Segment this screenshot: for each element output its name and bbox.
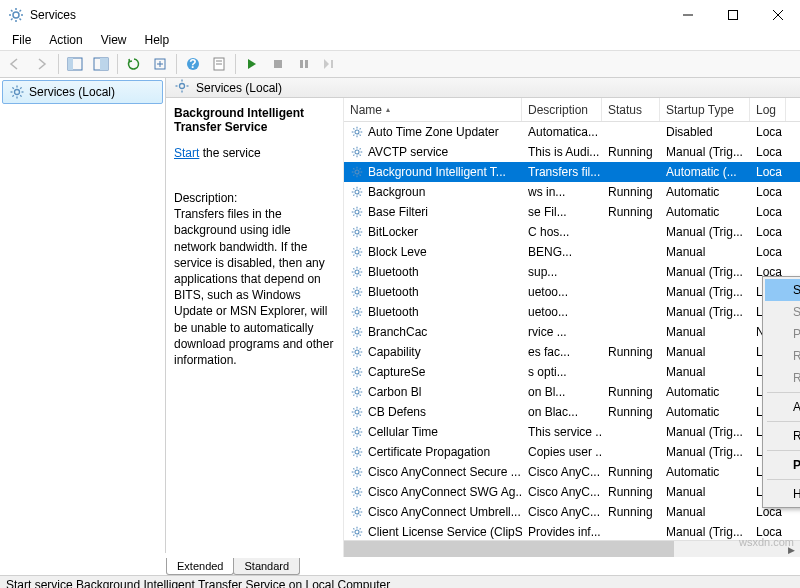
svg-line-174 — [353, 415, 354, 416]
svg-point-86 — [355, 230, 359, 234]
table-row[interactable]: Background Intelligent T...Transfers fil… — [344, 162, 800, 182]
col-startup-type[interactable]: Startup Type — [660, 98, 750, 121]
stop-service-button[interactable] — [266, 52, 290, 76]
table-row[interactable]: Cisco AnyConnect SWG Ag...Cisco AnyC...R… — [344, 482, 800, 502]
service-name: Cisco AnyConnect SWG Ag... — [368, 485, 522, 499]
restart-service-button[interactable] — [318, 52, 342, 76]
tab-standard[interactable]: Standard — [233, 558, 300, 575]
svg-line-210 — [353, 495, 354, 496]
list-header-title: Services (Local) — [196, 81, 282, 95]
ctx-properties[interactable]: Properties — [765, 454, 800, 476]
svg-line-111 — [353, 275, 354, 276]
minimize-button[interactable] — [665, 0, 710, 30]
start-service-link[interactable]: Start — [174, 146, 199, 160]
export-button[interactable] — [89, 52, 113, 76]
svg-point-122 — [355, 310, 359, 314]
svg-line-155 — [360, 375, 361, 376]
service-startup: Automatic — [660, 385, 750, 399]
service-desc: Provides inf... — [522, 525, 602, 539]
table-row[interactable]: CB Defenson Blac...RunningAutomaticLoca — [344, 402, 800, 422]
service-name: Cellular Time — [368, 425, 438, 439]
svg-line-146 — [360, 355, 361, 356]
table-row[interactable]: Bluetoothuetoo...Manual (Trig...Loca — [344, 302, 800, 322]
table-row[interactable]: Backgrounws in...RunningAutomaticLoca — [344, 182, 800, 202]
service-status: Running — [602, 485, 660, 499]
forward-button[interactable] — [30, 52, 54, 76]
show-hide-tree-button[interactable] — [63, 52, 87, 76]
back-button[interactable] — [4, 52, 28, 76]
export-list-button[interactable] — [148, 52, 172, 76]
table-row[interactable]: Cisco AnyConnect Secure ...Cisco AnyC...… — [344, 462, 800, 482]
table-row[interactable]: Auto Time Zone UpdaterAutomatica...Disab… — [344, 122, 800, 142]
menu-file[interactable]: File — [4, 31, 39, 49]
service-startup: Manual (Trig... — [660, 265, 750, 279]
table-row[interactable]: Bluetoothuetoo...Manual (Trig...Loca — [344, 282, 800, 302]
ctx-refresh[interactable]: Refresh — [765, 425, 800, 447]
svg-line-74 — [360, 195, 361, 196]
svg-line-208 — [353, 488, 354, 489]
svg-line-85 — [360, 208, 361, 209]
ctx-all-tasks[interactable]: All Tasks — [765, 396, 800, 418]
service-startup: Automatic — [660, 465, 750, 479]
table-row[interactable]: Client License Service (ClipS...Provides… — [344, 522, 800, 540]
svg-line-82 — [353, 208, 354, 209]
help-button[interactable]: ? — [181, 52, 205, 76]
service-name: Backgroun — [368, 185, 425, 199]
pause-service-button[interactable] — [292, 52, 316, 76]
service-startup: Manual — [660, 365, 750, 379]
svg-line-6 — [20, 19, 22, 21]
detail-pane: Background Intelligent Transfer Service … — [166, 98, 344, 557]
tree-node-services-local[interactable]: Services (Local) — [2, 80, 163, 104]
svg-line-46 — [353, 128, 354, 129]
col-description[interactable]: Description — [522, 98, 602, 121]
svg-point-104 — [355, 270, 359, 274]
svg-line-101 — [360, 255, 361, 256]
service-desc: C hos... — [522, 225, 602, 239]
refresh-button[interactable] — [122, 52, 146, 76]
svg-line-156 — [353, 375, 354, 376]
menu-action[interactable]: Action — [41, 31, 90, 49]
service-startup: Automatic — [660, 185, 750, 199]
start-service-button[interactable] — [240, 52, 264, 76]
table-row[interactable]: AVCTP serviceThis is Audi...RunningManua… — [344, 142, 800, 162]
grid-rows[interactable]: Auto Time Zone UpdaterAutomatica...Disab… — [344, 122, 800, 540]
table-row[interactable]: Cellular TimeThis service ...Manual (Tri… — [344, 422, 800, 442]
tab-extended[interactable]: Extended — [166, 558, 234, 575]
col-name[interactable]: Name▴ — [344, 98, 522, 121]
svg-point-140 — [355, 350, 359, 354]
close-button[interactable] — [755, 0, 800, 30]
table-row[interactable]: Carbon Blon Bl...RunningAutomaticLoca — [344, 382, 800, 402]
service-name: Background Intelligent T... — [368, 165, 506, 179]
svg-line-75 — [353, 195, 354, 196]
menu-help[interactable]: Help — [137, 31, 178, 49]
detail-action: Start the service — [174, 146, 335, 160]
properties-button[interactable] — [207, 52, 231, 76]
table-row[interactable]: Block LeveBENG...ManualLoca — [344, 242, 800, 262]
service-desc: on Bl... — [522, 385, 602, 399]
ctx-start[interactable]: Start — [765, 279, 800, 301]
svg-rect-25 — [305, 60, 308, 68]
col-logon[interactable]: Log — [750, 98, 786, 121]
svg-line-217 — [353, 508, 354, 509]
toolbar: ? — [0, 50, 800, 78]
table-row[interactable]: BranchCacrvice ...ManualNetw — [344, 322, 800, 342]
service-grid: Name▴ Description Status Startup Type Lo… — [344, 98, 800, 557]
service-desc: ws in... — [522, 185, 602, 199]
svg-point-50 — [355, 150, 359, 154]
table-row[interactable]: CaptureSes opti...ManualLoca — [344, 362, 800, 382]
table-row[interactable]: BitLockerC hos...Manual (Trig...Loca — [344, 222, 800, 242]
horizontal-scrollbar[interactable]: ◀ ▶ — [344, 540, 800, 557]
service-startup: Manual — [660, 485, 750, 499]
table-row[interactable]: Certificate PropagationCopies user ...Ma… — [344, 442, 800, 462]
col-status[interactable]: Status — [602, 98, 660, 121]
table-row[interactable]: Capabilityes fac...RunningManualLoca — [344, 342, 800, 362]
menu-view[interactable]: View — [93, 31, 135, 49]
table-row[interactable]: Bluetoothsup...Manual (Trig...Loca — [344, 262, 800, 282]
ctx-help[interactable]: Help — [765, 483, 800, 505]
table-row[interactable]: Cisco AnyConnect Umbrell...Cisco AnyC...… — [344, 502, 800, 522]
table-row[interactable]: Base Filterise Fil...RunningAutomaticLoc… — [344, 202, 800, 222]
svg-line-157 — [360, 368, 361, 369]
scroll-thumb[interactable] — [344, 541, 674, 557]
maximize-button[interactable] — [710, 0, 755, 30]
service-status: Running — [602, 205, 660, 219]
